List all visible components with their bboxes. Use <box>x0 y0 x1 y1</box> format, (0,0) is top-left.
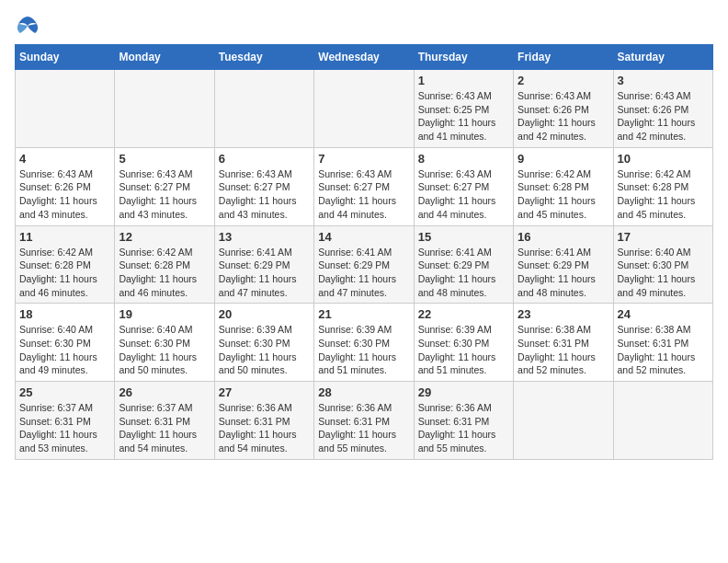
day-info-text: Sunset: 6:31 PM <box>219 415 310 429</box>
col-header-wednesday: Wednesday <box>314 45 414 70</box>
day-info-text: Sunrise: 6:36 AM <box>418 401 509 415</box>
day-number: 10 <box>618 152 709 166</box>
calendar-cell: 4Sunrise: 6:43 AMSunset: 6:26 PMDaylight… <box>16 147 115 225</box>
day-info-text: and 46 minutes. <box>119 286 210 300</box>
day-info-text: and 53 minutes. <box>19 442 110 455</box>
calendar-cell: 9Sunrise: 6:42 AMSunset: 6:28 PMDaylight… <box>514 147 613 225</box>
day-info-text: and 51 minutes. <box>418 363 509 377</box>
day-number: 23 <box>518 307 609 321</box>
day-number: 6 <box>219 152 310 166</box>
day-info-text: Sunset: 6:29 PM <box>418 259 509 272</box>
day-info-text: Sunrise: 6:37 AM <box>19 401 110 415</box>
day-info-text: Daylight: 11 hours <box>418 272 509 286</box>
day-info-text: and 45 minutes. <box>518 208 609 222</box>
day-info-text: Daylight: 11 hours <box>518 194 609 208</box>
calendar-cell: 27Sunrise: 6:36 AMSunset: 6:31 PMDayligh… <box>214 382 313 460</box>
day-info-text: Sunrise: 6:42 AM <box>19 246 110 259</box>
day-info-text: and 52 minutes. <box>518 363 609 377</box>
day-info-text: and 45 minutes. <box>618 208 709 222</box>
day-info-text: Sunset: 6:29 PM <box>318 259 409 272</box>
day-info-text: Sunrise: 6:39 AM <box>318 323 409 337</box>
calendar-cell: 8Sunrise: 6:43 AMSunset: 6:27 PMDaylight… <box>414 147 513 225</box>
calendar-cell: 15Sunrise: 6:41 AMSunset: 6:29 PMDayligh… <box>414 225 513 304</box>
day-number: 17 <box>618 230 709 244</box>
day-info-text: Sunrise: 6:41 AM <box>518 246 609 259</box>
day-info-text: Daylight: 11 hours <box>518 350 609 364</box>
day-info-text: Sunset: 6:29 PM <box>518 259 609 272</box>
day-info-text: and 54 minutes. <box>119 442 210 455</box>
calendar-table: SundayMondayTuesdayWednesdayThursdayFrid… <box>15 44 713 460</box>
calendar-cell: 12Sunrise: 6:42 AMSunset: 6:28 PMDayligh… <box>115 225 214 304</box>
calendar-cell: 14Sunrise: 6:41 AMSunset: 6:29 PMDayligh… <box>314 225 414 304</box>
day-info-text: Sunrise: 6:40 AM <box>19 323 110 337</box>
day-number: 14 <box>318 230 409 244</box>
col-header-friday: Friday <box>514 45 613 70</box>
week-row-0: 1Sunrise: 6:43 AMSunset: 6:25 PMDaylight… <box>16 70 713 148</box>
day-info-text: Sunset: 6:31 PM <box>318 415 409 429</box>
calendar-cell: 1Sunrise: 6:43 AMSunset: 6:25 PMDaylight… <box>414 70 513 148</box>
day-number: 19 <box>119 307 210 321</box>
day-info-text: and 51 minutes. <box>318 363 409 377</box>
day-info-text: Daylight: 11 hours <box>219 350 310 364</box>
day-info-text: Sunset: 6:28 PM <box>518 180 609 194</box>
calendar-cell: 18Sunrise: 6:40 AMSunset: 6:30 PMDayligh… <box>16 304 115 382</box>
day-number: 22 <box>418 307 509 321</box>
day-info-text: Sunset: 6:27 PM <box>318 180 409 194</box>
day-info-text: Sunset: 6:27 PM <box>219 180 310 194</box>
day-info-text: Sunrise: 6:36 AM <box>318 401 409 415</box>
day-info-text: and 52 minutes. <box>618 363 709 377</box>
day-number: 21 <box>318 307 409 321</box>
day-info-text: Sunrise: 6:42 AM <box>119 246 210 259</box>
logo-icon <box>15 15 40 35</box>
day-info-text: Daylight: 11 hours <box>119 428 210 442</box>
day-info-text: Sunrise: 6:43 AM <box>518 89 609 103</box>
day-number: 12 <box>119 230 210 244</box>
calendar-cell: 21Sunrise: 6:39 AMSunset: 6:30 PMDayligh… <box>314 304 414 382</box>
day-info-text: Sunset: 6:31 PM <box>418 415 509 429</box>
calendar-cell: 19Sunrise: 6:40 AMSunset: 6:30 PMDayligh… <box>115 304 214 382</box>
day-info-text: Daylight: 11 hours <box>219 194 310 208</box>
day-info-text: Sunrise: 6:39 AM <box>418 323 509 337</box>
col-header-tuesday: Tuesday <box>214 45 313 70</box>
day-number: 26 <box>119 385 210 399</box>
day-info-text: Sunrise: 6:43 AM <box>119 167 210 181</box>
day-info-text: Sunset: 6:28 PM <box>119 259 210 272</box>
day-info-text: Daylight: 11 hours <box>418 428 509 442</box>
day-info-text: Daylight: 11 hours <box>418 194 509 208</box>
day-info-text: and 49 minutes. <box>19 363 110 377</box>
day-number: 27 <box>219 385 310 399</box>
day-info-text: Sunset: 6:26 PM <box>518 103 609 117</box>
day-number: 8 <box>418 152 509 166</box>
day-info-text: and 42 minutes. <box>518 130 609 144</box>
day-info-text: Sunrise: 6:41 AM <box>219 246 310 259</box>
day-number: 29 <box>418 385 509 399</box>
day-info-text: Daylight: 11 hours <box>19 350 110 364</box>
day-info-text: and 47 minutes. <box>318 286 409 300</box>
calendar-cell: 22Sunrise: 6:39 AMSunset: 6:30 PMDayligh… <box>414 304 513 382</box>
day-info-text: and 49 minutes. <box>618 286 709 300</box>
day-info-text: and 46 minutes. <box>19 286 110 300</box>
day-info-text: Daylight: 11 hours <box>618 116 709 130</box>
day-info-text: Sunset: 6:31 PM <box>618 337 709 350</box>
day-number: 3 <box>618 74 709 87</box>
day-info-text: Sunset: 6:30 PM <box>119 337 210 350</box>
calendar-cell: 3Sunrise: 6:43 AMSunset: 6:26 PMDaylight… <box>613 70 712 148</box>
day-number: 16 <box>518 230 609 244</box>
day-info-text: Sunset: 6:28 PM <box>19 259 110 272</box>
calendar-cell: 16Sunrise: 6:41 AMSunset: 6:29 PMDayligh… <box>514 225 613 304</box>
col-header-saturday: Saturday <box>613 45 712 70</box>
day-info-text: Daylight: 11 hours <box>19 194 110 208</box>
day-number: 15 <box>418 230 509 244</box>
day-info-text: and 41 minutes. <box>418 130 509 144</box>
day-number: 2 <box>518 74 609 87</box>
day-info-text: and 55 minutes. <box>418 442 509 455</box>
day-info-text: Sunrise: 6:38 AM <box>518 323 609 337</box>
day-number: 11 <box>19 230 110 244</box>
day-number: 13 <box>219 230 310 244</box>
calendar-cell: 26Sunrise: 6:37 AMSunset: 6:31 PMDayligh… <box>115 382 214 460</box>
day-info-text: Daylight: 11 hours <box>119 272 210 286</box>
day-info-text: Daylight: 11 hours <box>318 272 409 286</box>
day-info-text: Sunset: 6:30 PM <box>318 337 409 350</box>
day-info-text: and 43 minutes. <box>19 208 110 222</box>
col-header-sunday: Sunday <box>16 45 115 70</box>
